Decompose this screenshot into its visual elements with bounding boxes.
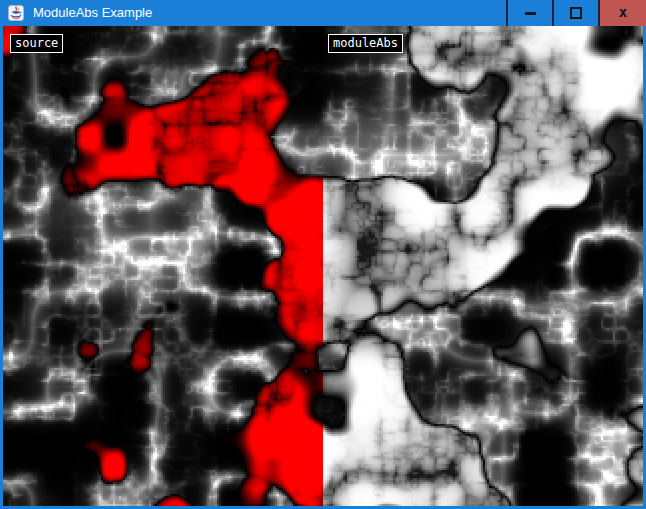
- java-app-icon: [8, 5, 24, 21]
- close-button[interactable]: x: [598, 0, 646, 26]
- source-panel: source: [3, 26, 323, 506]
- window-controls: x: [506, 0, 646, 26]
- moduleabs-panel: moduleAbs: [323, 26, 643, 506]
- window-title: ModuleAbs Example: [33, 0, 152, 26]
- app-window: ModuleAbs Example x source moduleAbs: [0, 0, 646, 509]
- moduleabs-panel-label: moduleAbs: [328, 34, 403, 53]
- render-area: source moduleAbs: [3, 26, 643, 506]
- minimize-button[interactable]: [506, 0, 552, 26]
- titlebar[interactable]: ModuleAbs Example x: [0, 0, 646, 26]
- minimize-icon: [525, 12, 536, 15]
- source-panel-label: source: [10, 34, 63, 53]
- close-icon: x: [619, 5, 627, 19]
- maximize-button[interactable]: [552, 0, 598, 26]
- maximize-icon: [570, 7, 582, 19]
